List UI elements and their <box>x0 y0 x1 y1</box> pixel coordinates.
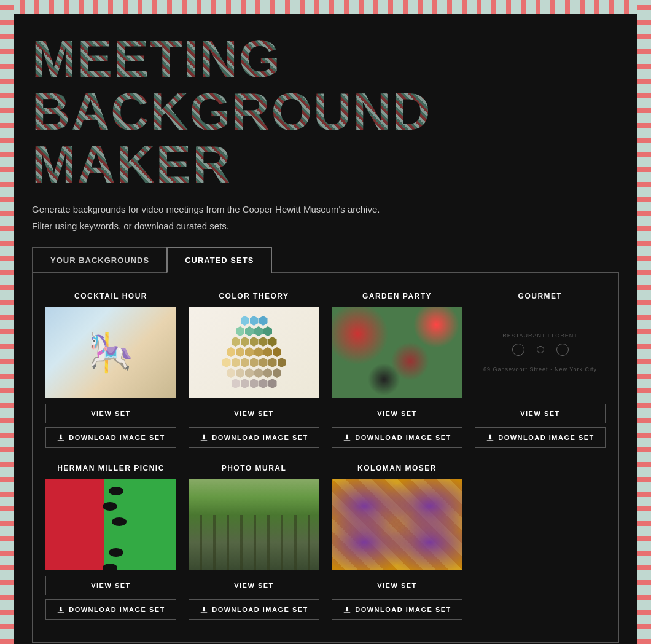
download-set-koloman-moser[interactable]: DOWNLOAD IMAGE SET <box>332 599 462 620</box>
set-image-koloman-moser <box>332 479 462 570</box>
subtitle-2: Filter using keywords, or download curat… <box>32 219 619 232</box>
svg-rect-0 <box>58 440 64 441</box>
cocktail-hour-thumbnail <box>45 307 176 398</box>
set-image-color-theory <box>189 307 319 398</box>
set-image-cocktail-hour <box>45 307 176 398</box>
download-icon <box>200 433 208 442</box>
garden-party-thumbnail <box>332 307 462 398</box>
download-set-photo-mural[interactable]: DOWNLOAD IMAGE SET <box>189 599 319 620</box>
set-card-photo-mural: PHOTO MURAL VIEW SET DOWNLOAD IMAGE SET <box>189 464 319 624</box>
set-title-herman-miller: HERMAN MILLER PICNIC <box>57 464 165 473</box>
set-title-koloman-moser: KOLOMAN MOSER <box>357 464 437 473</box>
svg-rect-5 <box>201 612 208 613</box>
set-image-herman-miller <box>45 479 176 570</box>
set-card-color-theory: COLOR THEORY <box>189 292 319 452</box>
download-set-color-theory[interactable]: DOWNLOAD IMAGE SET <box>189 427 319 448</box>
set-card-koloman-moser: KOLOMAN MOSER VIEW SET DOWNLOAD IMAGE SE… <box>332 464 462 624</box>
herman-miller-thumbnail <box>45 479 176 570</box>
photo-mural-thumbnail <box>189 479 319 570</box>
set-title-cocktail-hour: COCKTAIL HOUR <box>74 292 147 300</box>
view-set-photo-mural[interactable]: VIEW SET <box>189 576 319 595</box>
download-set-gourmet[interactable]: DOWNLOAD IMAGE SET <box>475 427 606 448</box>
view-set-color-theory[interactable]: VIEW SET <box>189 404 319 423</box>
download-icon <box>343 605 351 614</box>
border-left <box>0 0 14 644</box>
border-right <box>637 0 651 644</box>
svg-rect-6 <box>344 612 351 613</box>
set-image-photo-mural <box>189 479 319 570</box>
gourmet-thumbnail: RESTAURANT FLORENT 69 Gansevoort Street … <box>475 307 606 398</box>
sets-grid: COCKTAIL HOUR VIEW SET DOWNLOAD IMAGE SE… <box>45 292 606 624</box>
set-card-gourmet: GOURMET RESTAURANT FLORENT 69 Gansevoort… <box>475 292 606 452</box>
hex-color-grid <box>216 310 292 395</box>
set-image-garden-party <box>332 307 462 398</box>
tab-curated-sets[interactable]: CURATED SETS <box>166 247 272 273</box>
view-set-garden-party[interactable]: VIEW SET <box>332 404 462 423</box>
download-set-garden-party[interactable]: DOWNLOAD IMAGE SET <box>332 427 462 448</box>
download-icon <box>486 433 494 442</box>
download-icon <box>57 433 65 442</box>
download-set-cocktail-hour[interactable]: DOWNLOAD IMAGE SET <box>45 427 176 448</box>
svg-rect-1 <box>201 440 208 441</box>
main-content: MEETING BACKGROUND MAKER Generate backgr… <box>14 14 637 644</box>
tab-your-backgrounds[interactable]: YOUR BACKGROUNDS <box>32 247 166 273</box>
download-icon <box>57 605 65 614</box>
koloman-moser-thumbnail <box>332 479 462 570</box>
view-set-herman-miller[interactable]: VIEW SET <box>45 576 176 595</box>
set-card-garden-party: GARDEN PARTY VIEW SET DOWNLOAD IMAGE SET <box>332 292 462 452</box>
border-top <box>0 0 651 14</box>
subtitle-1: Generate backgrounds for video meetings … <box>32 203 619 216</box>
set-card-cocktail-hour: COCKTAIL HOUR VIEW SET DOWNLOAD IMAGE SE… <box>45 292 176 452</box>
page-title: MEETING BACKGROUND MAKER <box>32 32 619 190</box>
svg-rect-2 <box>344 440 351 441</box>
content-panel: COCKTAIL HOUR VIEW SET DOWNLOAD IMAGE SE… <box>32 272 619 643</box>
download-icon <box>200 605 208 614</box>
set-image-gourmet: RESTAURANT FLORENT 69 Gansevoort Street … <box>475 307 606 398</box>
set-title-garden-party: GARDEN PARTY <box>362 292 432 300</box>
view-set-koloman-moser[interactable]: VIEW SET <box>332 576 462 595</box>
download-set-herman-miller[interactable]: DOWNLOAD IMAGE SET <box>45 599 176 620</box>
set-card-herman-miller: HERMAN MILLER PICNIC VIEW SET DOWNLOAD I… <box>45 464 176 624</box>
tab-bar: YOUR BACKGROUNDS CURATED SETS <box>32 247 619 273</box>
view-set-cocktail-hour[interactable]: VIEW SET <box>45 404 176 423</box>
download-icon <box>343 433 351 442</box>
set-title-gourmet: GOURMET <box>518 292 563 300</box>
view-set-gourmet[interactable]: VIEW SET <box>475 404 606 423</box>
svg-rect-4 <box>58 612 64 613</box>
set-title-photo-mural: PHOTO MURAL <box>222 464 287 473</box>
svg-rect-3 <box>487 440 494 441</box>
set-title-color-theory: COLOR THEORY <box>219 292 289 300</box>
color-theory-thumbnail <box>189 307 319 398</box>
